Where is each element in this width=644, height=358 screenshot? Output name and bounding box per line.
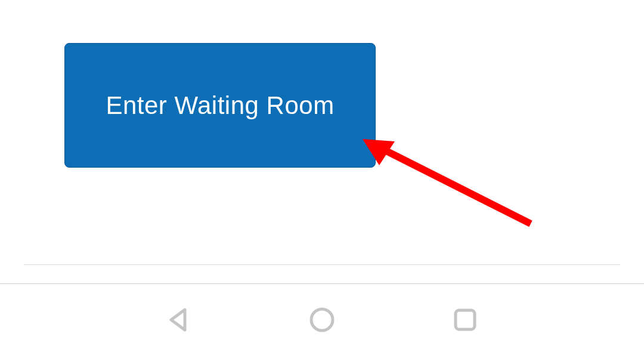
back-icon [164, 305, 194, 337]
enter-waiting-room-button[interactable]: Enter Waiting Room [64, 43, 376, 168]
annotation-arrow [358, 134, 537, 232]
recent-icon [450, 305, 480, 337]
home-button[interactable] [307, 305, 337, 337]
svg-point-3 [311, 309, 333, 331]
navigation-bar [0, 284, 644, 358]
svg-line-1 [374, 145, 531, 224]
svg-rect-4 [456, 310, 475, 329]
back-button[interactable] [164, 305, 194, 337]
content-divider [24, 264, 620, 265]
recent-button[interactable] [450, 305, 480, 337]
home-icon [307, 305, 337, 337]
content-area: Enter Waiting Room [0, 0, 644, 358]
enter-button-label: Enter Waiting Room [106, 91, 334, 120]
